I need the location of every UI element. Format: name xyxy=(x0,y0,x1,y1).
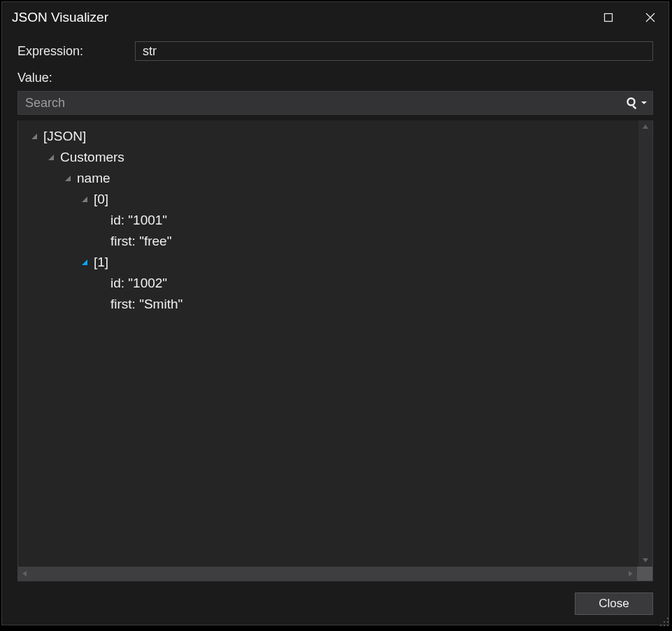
svg-marker-11 xyxy=(643,125,648,129)
svg-marker-14 xyxy=(629,571,633,576)
window-title: JSON Visualizer xyxy=(12,10,108,25)
value-label: Value: xyxy=(17,71,653,85)
maximize-icon xyxy=(603,12,614,23)
expression-label: Expression: xyxy=(17,44,135,59)
svg-marker-9 xyxy=(82,197,87,202)
tree-view[interactable]: [JSON] Customers name [0] xyxy=(18,120,638,567)
tree-node-label: [0] xyxy=(94,192,108,207)
svg-marker-10 xyxy=(82,260,87,265)
close-button[interactable]: Close xyxy=(575,593,653,615)
search-input[interactable] xyxy=(25,96,626,111)
svg-marker-6 xyxy=(31,134,37,139)
tree-leaf[interactable]: id: "1002" xyxy=(20,273,637,294)
tree-leaf[interactable]: id: "1001" xyxy=(20,210,637,231)
scroll-track[interactable] xyxy=(638,133,652,554)
close-window-button[interactable] xyxy=(639,6,662,29)
tree-node-label: [1] xyxy=(94,255,108,270)
svg-marker-13 xyxy=(22,571,27,576)
svg-marker-12 xyxy=(643,558,648,562)
value-tree-panel: [JSON] Customers name [0] xyxy=(17,120,653,581)
tree-node-item-0[interactable]: [0] xyxy=(20,189,637,210)
svg-marker-8 xyxy=(65,176,71,181)
maximize-button[interactable] xyxy=(597,6,620,29)
tree-node-root[interactable]: [JSON] xyxy=(20,126,637,147)
close-icon xyxy=(645,12,656,23)
tree-leaf-label: first: "Smith" xyxy=(110,297,183,312)
expander-icon[interactable] xyxy=(28,130,41,143)
tree-leaf-label: id: "1002" xyxy=(110,276,167,291)
vertical-scrollbar[interactable] xyxy=(638,120,652,567)
horizontal-scrollbar[interactable] xyxy=(18,567,652,581)
scroll-down-icon[interactable] xyxy=(638,554,652,567)
expander-icon[interactable] xyxy=(78,256,91,269)
search-dropdown-button[interactable] xyxy=(626,97,647,109)
tree-node-name[interactable]: name xyxy=(20,168,637,189)
tree-leaf[interactable]: first: "free" xyxy=(20,231,637,252)
tree-node-label: Customers xyxy=(60,150,124,165)
expander-icon[interactable] xyxy=(45,151,57,164)
svg-point-20 xyxy=(660,625,662,626)
svg-marker-5 xyxy=(641,101,647,104)
svg-point-17 xyxy=(667,625,669,626)
tree-leaf[interactable]: first: "Smith" xyxy=(20,294,637,315)
tree-leaf-label: first: "free" xyxy=(110,234,171,249)
scroll-left-icon[interactable] xyxy=(18,567,31,581)
expander-icon[interactable] xyxy=(78,193,91,206)
title-bar: JSON Visualizer xyxy=(2,2,669,33)
svg-point-19 xyxy=(664,625,665,626)
svg-marker-7 xyxy=(48,155,54,160)
tree-leaf-label: id: "1001" xyxy=(110,213,167,228)
tree-node-item-1[interactable]: [1] xyxy=(20,252,637,273)
scroll-right-icon[interactable] xyxy=(624,567,637,581)
expression-input[interactable] xyxy=(135,41,653,61)
tree-node-customers[interactable]: Customers xyxy=(20,147,637,168)
tree-node-label: name xyxy=(77,171,110,186)
chevron-down-icon xyxy=(641,100,647,106)
search-icon xyxy=(626,97,638,109)
tree-node-label: [JSON] xyxy=(43,129,86,144)
svg-rect-0 xyxy=(605,14,613,22)
scrollbar-corner xyxy=(637,567,652,581)
search-bar xyxy=(17,91,653,115)
scroll-up-icon[interactable] xyxy=(638,120,652,133)
scroll-track[interactable] xyxy=(31,567,624,581)
expander-icon[interactable] xyxy=(62,172,74,185)
json-visualizer-window: JSON Visualizer Expression: Value: xyxy=(1,1,669,625)
svg-point-3 xyxy=(628,99,635,106)
